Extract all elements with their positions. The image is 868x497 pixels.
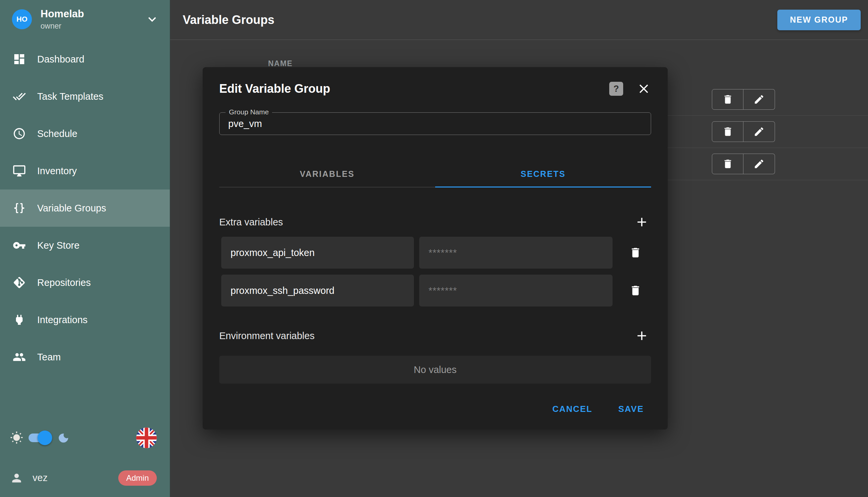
variable-name-field	[221, 237, 414, 269]
edit-button[interactable]	[744, 89, 775, 110]
help-button[interactable]: ?	[609, 82, 623, 96]
variable-name-input[interactable]	[221, 247, 414, 258]
user-name: vez	[32, 472, 47, 483]
save-button[interactable]: SAVE	[611, 399, 651, 419]
chevron-down-icon[interactable]	[145, 12, 160, 27]
sidebar-item-repositories[interactable]: Repositories	[0, 264, 170, 301]
trash-icon	[629, 246, 642, 259]
theme-toggle[interactable]	[29, 434, 50, 442]
sidebar-item-key-store[interactable]: Key Store	[0, 227, 170, 264]
main-header: Variable Groups NEW GROUP	[170, 0, 868, 40]
variable-value-input[interactable]	[419, 285, 613, 296]
moon-icon	[57, 431, 70, 444]
delete-button[interactable]	[712, 121, 744, 142]
sidebar-item-schedule[interactable]: Schedule	[0, 115, 170, 152]
team-icon	[13, 351, 26, 364]
cancel-button[interactable]: CANCEL	[545, 399, 600, 419]
admin-badge: Admin	[118, 470, 157, 486]
extra-variables-section-header: Extra variables	[219, 214, 651, 230]
no-values-placeholder: No values	[219, 356, 651, 384]
row-actions	[712, 121, 775, 142]
variable-value-field	[419, 237, 613, 269]
tab-secrets[interactable]: SECRETS	[435, 161, 651, 187]
group-name-label: Group Name	[225, 108, 272, 116]
user-row[interactable]: vez Admin	[0, 462, 170, 497]
trash-icon	[722, 94, 734, 105]
inventory-icon	[13, 164, 26, 178]
pencil-icon	[753, 126, 765, 137]
edit-button[interactable]	[744, 154, 775, 174]
sidebar-item-task-templates[interactable]: Task Templates	[0, 78, 170, 115]
modal-header: Edit Variable Group ?	[219, 81, 651, 96]
sidebar: HO Homelab owner Dashboard Task Template…	[0, 0, 170, 497]
sidebar-item-label: Team	[37, 352, 61, 363]
sidebar-item-label: Integrations	[37, 314, 88, 325]
person-icon	[10, 471, 23, 485]
variable-groups-icon	[13, 201, 26, 215]
theme-row	[0, 423, 170, 453]
modal-tabs: VARIABLES SECRETS	[219, 161, 651, 187]
sidebar-item-variable-groups[interactable]: Variable Groups	[0, 189, 170, 227]
schedule-icon	[13, 127, 26, 140]
edit-button[interactable]	[744, 121, 775, 142]
group-name-input[interactable]	[220, 113, 651, 134]
sidebar-menu: Dashboard Task Templates Schedule Invent…	[0, 41, 170, 376]
org-avatar: HO	[12, 9, 32, 29]
sidebar-item-inventory[interactable]: Inventory	[0, 152, 170, 189]
tab-variables[interactable]: VARIABLES	[219, 161, 435, 187]
close-button[interactable]	[636, 82, 651, 96]
variable-value-input[interactable]	[419, 247, 613, 258]
uk-flag[interactable]	[136, 427, 157, 448]
sidebar-item-label: Dashboard	[37, 54, 84, 65]
add-environment-variable-button[interactable]	[634, 328, 650, 344]
edit-variable-group-dialog: Edit Variable Group ? Group Name VARIABL…	[203, 67, 668, 429]
page-title: Variable Groups	[183, 13, 275, 27]
sidebar-item-team[interactable]: Team	[0, 338, 170, 376]
theme-toggle-knob	[38, 430, 52, 445]
plus-icon	[634, 215, 649, 229]
pencil-icon	[753, 94, 765, 105]
sidebar-item-label: Inventory	[37, 166, 77, 176]
extra-variables-label: Extra variables	[219, 217, 283, 228]
org-role: owner	[41, 22, 84, 31]
pencil-icon	[753, 158, 765, 170]
sidebar-item-label: Schedule	[37, 128, 77, 139]
sun-icon	[10, 431, 23, 444]
org-text: Homelab owner	[41, 8, 84, 31]
sidebar-item-dashboard[interactable]: Dashboard	[0, 41, 170, 78]
org-name: Homelab	[41, 8, 84, 20]
sidebar-item-label: Repositories	[37, 277, 91, 288]
sidebar-item-integrations[interactable]: Integrations	[0, 301, 170, 338]
table-header-name: NAME	[268, 59, 293, 68]
environment-variables-label: Environment variables	[219, 330, 314, 341]
repositories-icon	[13, 276, 26, 289]
delete-button[interactable]	[712, 154, 744, 174]
dashboard-icon	[13, 53, 26, 66]
add-extra-variable-button[interactable]	[634, 214, 650, 230]
variable-name-field	[221, 274, 414, 307]
delete-button[interactable]	[712, 89, 744, 110]
variable-row	[219, 237, 651, 269]
org-switcher[interactable]: HO Homelab owner	[0, 0, 170, 37]
sidebar-item-label: Variable Groups	[37, 203, 106, 214]
integrations-icon	[13, 313, 26, 326]
variable-value-field	[419, 274, 613, 307]
plus-icon	[634, 328, 649, 343]
trash-icon	[722, 126, 734, 137]
trash-icon	[629, 284, 642, 297]
row-actions	[712, 154, 775, 174]
trash-icon	[722, 158, 734, 170]
delete-variable-button[interactable]	[629, 284, 642, 297]
variable-row	[219, 274, 651, 307]
sidebar-item-label: Task Templates	[37, 91, 103, 102]
modal-title: Edit Variable Group	[219, 82, 330, 96]
delete-variable-button[interactable]	[629, 246, 642, 259]
close-icon	[636, 82, 651, 96]
new-group-button[interactable]: NEW GROUP	[777, 10, 861, 30]
modal-actions: CANCEL SAVE	[219, 399, 651, 419]
task-templates-icon	[13, 90, 26, 103]
sidebar-item-label: Key Store	[37, 240, 79, 251]
environment-variables-section-header: Environment variables	[219, 328, 651, 344]
variable-name-input[interactable]	[221, 285, 414, 296]
row-actions	[712, 89, 775, 110]
